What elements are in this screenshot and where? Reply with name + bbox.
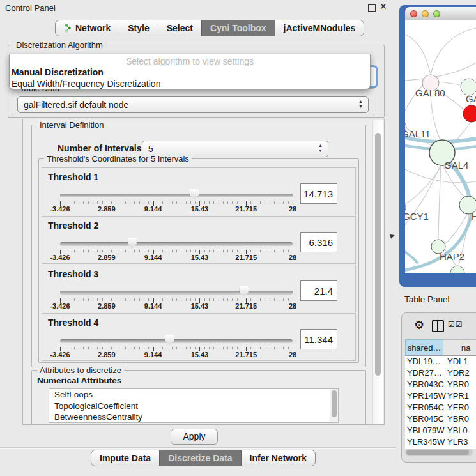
slider-scale: -3.426 2.859 9.144 15.43 21.715 28	[60, 254, 293, 261]
table-horizontal-scrollbar[interactable]	[405, 449, 473, 456]
control-panel-tabs: Network Style Select Cyni Toolbox jActiv…	[55, 20, 364, 36]
table-data-combobox[interactable]: galFiltered.sif default node ▲▼	[17, 96, 369, 113]
zoom-traffic-light-icon[interactable]	[433, 10, 440, 17]
list-item[interactable]: BetweennessCentrality	[49, 411, 338, 423]
tab-network-label: Network	[75, 23, 111, 33]
node-label-gal4: GAL4	[444, 160, 468, 171]
stepper-icon: ▲▼	[318, 143, 323, 153]
tab-jactivemnodules[interactable]: jActiveMNodules	[275, 20, 364, 36]
thresholds-group-title: Threshold's Coordinates for 5 Intervals	[44, 154, 192, 164]
list-item[interactable]: SelfLoops	[49, 389, 338, 401]
tab-style[interactable]: Style	[119, 20, 157, 36]
cell[interactable]: YBR0	[443, 379, 476, 390]
close-traffic-light-icon[interactable]	[410, 10, 417, 17]
node-table[interactable]: shared… na YDL19…YDL1 YDR27…YDR2 YBR043C…	[405, 339, 476, 449]
scale-label: 2.859	[98, 351, 116, 358]
threshold-3-slider-thumb[interactable]	[240, 286, 249, 297]
table-row[interactable]: YIL052CYIL0	[405, 448, 476, 449]
close-icon[interactable]: ✕	[380, 1, 387, 12]
threshold-3-label: Threshold 3	[48, 269, 98, 279]
cell[interactable]: YIL052C	[405, 448, 443, 449]
threshold-2-slider-thumb[interactable]	[128, 238, 137, 249]
slider-scale: -3.426 2.859 9.144 15.43 21.715 28	[60, 205, 293, 213]
threshold-4-value-field[interactable]: 11.344	[300, 329, 337, 349]
cell[interactable]: YBR0	[443, 413, 476, 425]
settings-scrollbar[interactable]	[372, 120, 383, 424]
cell[interactable]: YIL0	[443, 448, 476, 449]
cell[interactable]: YBR043C	[405, 379, 443, 390]
table-row[interactable]: YLR345WYLR3	[405, 436, 476, 448]
apply-button[interactable]: Apply	[171, 429, 218, 445]
threshold-row-3: Threshold 3 -3.426 2.859 9.144 15.43 21.…	[42, 265, 356, 312]
table-data-selected-value: galFiltered.sif default node	[24, 97, 128, 112]
table-row[interactable]: YDL19…YDL1	[405, 356, 476, 367]
threshold-1-slider-thumb[interactable]	[190, 189, 199, 200]
minimize-traffic-light-icon[interactable]	[422, 10, 429, 17]
threshold-2-value-field[interactable]: 6.316	[300, 232, 337, 252]
interval-definition-group: Interval Definition Number of Intervals …	[31, 125, 366, 367]
column-header-name[interactable]: na	[443, 339, 476, 355]
tab-select[interactable]: Select	[158, 20, 201, 36]
cell[interactable]: YPR145W	[405, 390, 443, 402]
list-item[interactable]: TopologicalCoefficient	[49, 401, 338, 412]
threshold-3-value-field[interactable]: 21.4	[300, 280, 337, 301]
scale-label: 28	[289, 205, 296, 213]
tab-impute-data[interactable]: Impute Data	[91, 450, 159, 466]
cell[interactable]: YLR345W	[405, 436, 443, 448]
divider	[0, 447, 396, 448]
cell[interactable]: YDR2	[443, 367, 476, 379]
algorithm-option-equal-width[interactable]: Equal Width/Frequency Discretization	[10, 78, 370, 89]
settings-scroll-panel: Interval Definition Number of Intervals …	[22, 119, 385, 425]
columns-icon[interactable]	[432, 320, 444, 332]
slider-scale: -3.426 2.859 9.144 15.43 21.715 28	[60, 302, 293, 310]
cell[interactable]: YDL1	[443, 356, 476, 367]
table-row[interactable]: YDR27…YDR2	[405, 367, 476, 379]
table-row[interactable]: YBL079WYBL0	[405, 425, 476, 436]
cell[interactable]: YPR1	[443, 390, 476, 402]
table-row[interactable]: YBR045CYBR0	[405, 413, 476, 425]
column-header-shared-name[interactable]: shared…	[405, 339, 443, 355]
scale-label: 28	[289, 254, 296, 261]
cell[interactable]: YBL0	[443, 425, 476, 436]
threshold-1-value-field[interactable]: 14.713	[300, 183, 337, 204]
cell[interactable]: YDR27…	[405, 367, 443, 379]
numerical-attributes-list[interactable]: SelfLoops TopologicalCoefficient Between…	[49, 388, 339, 423]
network-view-window[interactable]: GAL80 GA GAL11 GAL4 GCY1 H HAP2	[399, 5, 476, 287]
cell[interactable]: YBL079W	[405, 425, 443, 436]
threshold-4-slider-thumb[interactable]	[165, 335, 174, 346]
scale-label: 9.144	[144, 205, 162, 213]
table-panel-title: Table Panel	[404, 295, 450, 304]
tab-infer-network[interactable]: Infer Network	[242, 450, 315, 466]
tab-network[interactable]: Network	[56, 20, 119, 36]
scale-label: 2.859	[98, 205, 116, 213]
cell[interactable]: YER054C	[405, 402, 443, 413]
node-label-ga: GA	[466, 93, 476, 104]
node-bottom[interactable]	[450, 266, 464, 273]
threshold-1-label: Threshold 1	[48, 172, 98, 182]
select-columns-checkbox-icons[interactable]: ☑☑	[448, 320, 463, 329]
cell[interactable]: YER0	[443, 402, 476, 413]
scale-label: 2.859	[98, 254, 116, 261]
tab-discretize-data[interactable]: Discretize Data	[159, 450, 241, 466]
table-row[interactable]: YER054CYER0	[405, 402, 476, 413]
network-window-titlebar[interactable]	[405, 7, 476, 21]
scale-label: 15.43	[191, 205, 209, 213]
cell[interactable]: YDL19…	[405, 356, 443, 367]
algorithm-placeholder: Select algorithm to view settings	[10, 54, 370, 66]
divider	[396, 289, 476, 289]
node-red-selected[interactable]	[463, 105, 476, 122]
thresholds-group: Threshold's Coordinates for 5 Intervals …	[38, 158, 359, 363]
float-window-icon[interactable]	[368, 4, 376, 12]
cell[interactable]: YBR045C	[405, 413, 443, 425]
network-canvas[interactable]: GAL80 GA GAL11 GAL4 GCY1 H HAP2	[405, 20, 476, 273]
threshold-row-1: Threshold 1 -3.426 2.859 9.144 15.43 21.…	[42, 167, 356, 215]
cell[interactable]: YLR3	[443, 436, 476, 448]
algorithm-option-manual[interactable]: Manual Discretization	[10, 66, 370, 78]
table-row[interactable]: YPR145WYPR1	[405, 390, 476, 402]
panel-title: Control Panel	[5, 3, 56, 13]
list-scrollbar[interactable]	[330, 389, 338, 422]
table-row[interactable]: YBR043CYBR0	[405, 379, 476, 390]
tab-cyni-toolbox[interactable]: Cyni Toolbox	[201, 20, 275, 36]
scale-label: -3.426	[50, 302, 70, 310]
gear-icon[interactable]: ⚙	[414, 318, 424, 332]
